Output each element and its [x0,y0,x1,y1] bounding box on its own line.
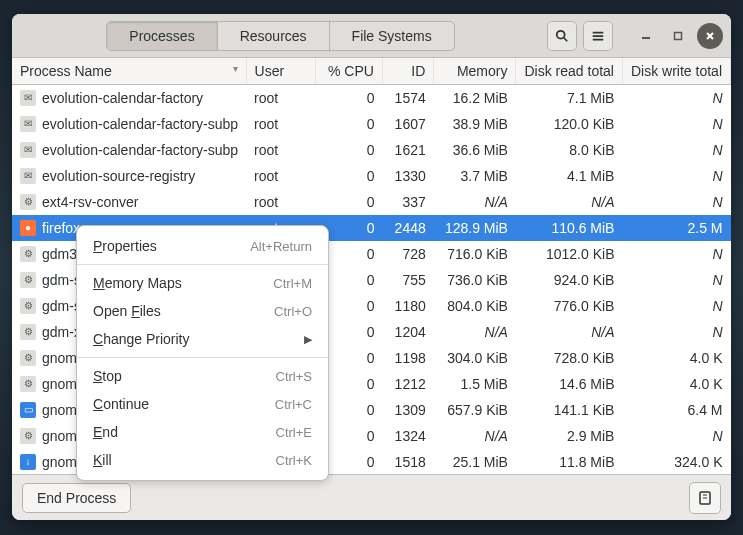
cell-disk-write: N [622,189,730,215]
cell-disk-read: N/A [516,319,623,345]
cell-user: root [246,163,316,189]
cell-disk-read: 7.1 MiB [516,85,623,111]
process-properties-button[interactable] [689,482,721,514]
process-icon: ✉ [20,142,36,158]
menu-label: Memory Maps [93,275,273,291]
cell-disk-write: N [622,137,730,163]
submenu-indicator-icon: ▶ [304,333,312,346]
cell-memory: N/A [434,189,516,215]
cell-cpu: 0 [316,163,383,189]
cell-id: 1621 [382,137,433,163]
cell-disk-read: 141.1 KiB [516,397,623,423]
menu-accel: Alt+Return [250,239,312,254]
process-icon: ✉ [20,90,36,106]
tab-resources[interactable]: Resources [218,22,330,50]
cell-disk-read: 924.0 KiB [516,267,623,293]
cell-disk-write: N [622,163,730,189]
col-memory[interactable]: Memory [434,58,516,85]
process-icon: ▭ [20,402,36,418]
col-id[interactable]: ID [382,58,433,85]
cell-user: root [246,111,316,137]
table-row[interactable]: ✉evolution-calendar-factoryroot0157416.2… [12,85,731,111]
tab-filesystems[interactable]: File Systems [330,22,454,50]
search-button[interactable] [547,21,577,51]
menu-change-priority[interactable]: Change Priority ▶ [77,325,328,353]
table-row[interactable]: ⚙ext4-rsv-converroot0337N/AN/AN [12,189,731,215]
cell-memory: N/A [434,319,516,345]
menu-memory-maps[interactable]: Memory Maps Ctrl+M [77,269,328,297]
process-icon: ✉ [20,168,36,184]
cell-cpu: 0 [316,189,383,215]
cell-disk-write: 324.0 K [622,449,730,475]
process-name-text: ext4-rsv-conver [42,194,138,210]
maximize-button[interactable] [665,23,691,49]
minimize-button[interactable] [633,23,659,49]
menu-separator [77,264,328,265]
process-icon: ⚙ [20,350,36,366]
cell-disk-read: 1012.0 KiB [516,241,623,267]
process-icon: ⚙ [20,376,36,392]
cell-cpu: 0 [316,111,383,137]
cell-disk-write: N [622,85,730,111]
table-row[interactable]: ✉evolution-calendar-factory-subproot0162… [12,137,731,163]
cell-id: 728 [382,241,433,267]
process-name-cell: ✉evolution-calendar-factory-subp [20,142,238,158]
menu-properties[interactable]: Properties Alt+Return [77,232,328,260]
cell-disk-write: N [622,267,730,293]
col-user[interactable]: User [246,58,316,85]
process-name-text: evolution-calendar-factory-subp [42,142,238,158]
cell-user: root [246,189,316,215]
cell-id: 1324 [382,423,433,449]
cell-disk-write: 4.0 K [622,371,730,397]
menu-accel: Ctrl+C [275,397,312,412]
cell-memory: 36.6 MiB [434,137,516,163]
menu-label: Open Files [93,303,274,319]
cell-id: 1180 [382,293,433,319]
table-row[interactable]: ✉evolution-calendar-factory-subproot0160… [12,111,731,137]
col-disk-write-total[interactable]: Disk write total [622,58,730,85]
menu-label: Continue [93,396,275,412]
process-name-cell: ✉evolution-calendar-factory-subp [20,116,238,132]
process-icon: ↓ [20,454,36,470]
maximize-icon [672,30,684,42]
end-process-button[interactable]: End Process [22,483,131,513]
col-disk-read-total[interactable]: Disk read total [516,58,623,85]
cell-disk-write: 2.5 M [622,215,730,241]
tab-switcher: Processes Resources File Systems [106,21,454,51]
cell-id: 2448 [382,215,433,241]
menu-end[interactable]: End Ctrl+E [77,418,328,446]
svg-rect-6 [675,32,682,39]
close-icon [704,30,716,42]
tab-processes[interactable]: Processes [107,22,217,50]
hamburger-icon [591,29,605,43]
menu-accel: Ctrl+O [274,304,312,319]
menu-open-files[interactable]: Open Files Ctrl+O [77,297,328,325]
col-process-name[interactable]: Process Name▾ [12,58,246,85]
cell-memory: N/A [434,423,516,449]
cell-user: root [246,137,316,163]
table-row[interactable]: ✉evolution-source-registryroot013303.7 M… [12,163,731,189]
process-name-text: evolution-calendar-factory-subp [42,116,238,132]
menu-accel: Ctrl+E [276,425,312,440]
close-button[interactable] [697,23,723,49]
cell-disk-read: 776.0 KiB [516,293,623,319]
col-cpu[interactable]: % CPU [316,58,383,85]
menu-kill[interactable]: Kill Ctrl+K [77,446,328,474]
cell-disk-read: 120.0 KiB [516,111,623,137]
cell-memory: 3.7 MiB [434,163,516,189]
cell-id: 1212 [382,371,433,397]
process-context-menu: Properties Alt+Return Memory Maps Ctrl+M… [76,225,329,481]
cell-disk-write: N [622,241,730,267]
menu-stop[interactable]: Stop Ctrl+S [77,362,328,390]
cell-cpu: 0 [316,85,383,111]
cell-disk-read: 8.0 KiB [516,137,623,163]
svg-point-0 [557,30,565,38]
sort-indicator-icon: ▾ [233,63,238,74]
menu-continue[interactable]: Continue Ctrl+C [77,390,328,418]
cell-disk-read: 11.8 MiB [516,449,623,475]
cell-memory: 716.0 KiB [434,241,516,267]
process-name-cell: ⚙ext4-rsv-conver [20,194,238,210]
hamburger-menu-button[interactable] [583,21,613,51]
cell-memory: 128.9 MiB [434,215,516,241]
menu-label: Change Priority [93,331,304,347]
